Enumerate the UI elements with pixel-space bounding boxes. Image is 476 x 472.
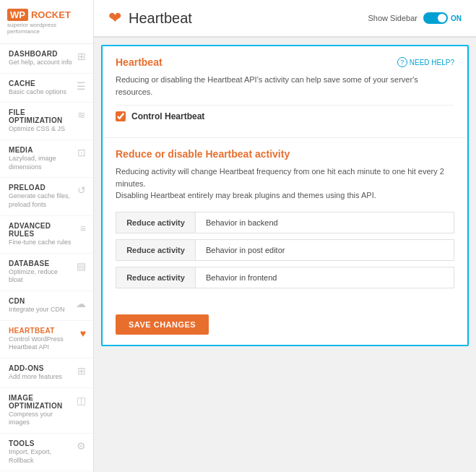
control-heartbeat-row: Control Heartbeat [116, 105, 454, 127]
sidebar-item-title-advanced-rules: ADVANCED RULES [9, 222, 77, 238]
section1-header: Heartbeat ? NEED HELP? [116, 56, 454, 68]
sidebar-icon-add-ons: ⊞ [77, 365, 86, 377]
sidebar-item-title-dashboard: DASHBOARD [9, 50, 74, 58]
sidebar-item-content-preload: PRELOADGenerate cache files, preload fon… [9, 184, 74, 209]
sidebar: WP ROCKET superior wordpress performance… [0, 0, 94, 472]
behavior-row-0: Reduce activityBehavior in backend [116, 212, 454, 233]
sidebar-item-content-dashboard: DASHBOARDGet help, account info [9, 50, 74, 67]
sidebar-item-content-database: DATABASEOptimize, reduce bloat [9, 259, 74, 285]
reduce-title: Reduce or disable Heartbeat activity [116, 148, 454, 160]
sidebar-icon-tools: ⚙ [77, 440, 86, 452]
toggle-knob [438, 14, 446, 22]
sidebar-item-content-add-ons: ADD-ONSAdd more features [9, 364, 74, 382]
sidebar-icon-cdn: ☁ [76, 298, 86, 309]
sidebar-icon-cache: ☰ [77, 80, 86, 92]
sidebar-item-sub-advanced-rules: Fine-tune cache rules [9, 239, 77, 247]
sidebar-item-file-optimization[interactable]: FILE OPTIMIZATIONOptimize CSS & JS≋ [0, 103, 93, 140]
sidebar-item-cache[interactable]: CACHEBasic cache options☰ [0, 74, 93, 103]
sidebar-item-sub-file-optimization: Optimize CSS & JS [9, 125, 74, 134]
sidebar-item-sub-image-optimization: Compress your images [9, 411, 74, 427]
reduce-section: Reduce or disable Heartbeat activity Red… [103, 138, 467, 304]
need-help-label: NEED HELP? [410, 59, 454, 66]
sidebar-item-sub-preload: Generate cache files, preload fonts [9, 192, 74, 209]
content-panel: Heartbeat ? NEED HELP? Reducing or disab… [101, 45, 469, 346]
reduce-activity-button-2[interactable]: Reduce activity [116, 267, 196, 288]
sidebar-item-advanced-rules[interactable]: ADVANCED RULESFine-tune cache rules≡ [0, 216, 93, 254]
control-heartbeat-label[interactable]: Control Heartbeat [131, 111, 204, 121]
heartbeat-section: Heartbeat ? NEED HELP? Reducing or disab… [103, 46, 467, 138]
section1-title: Heartbeat [116, 56, 163, 68]
sidebar-item-dashboard[interactable]: DASHBOARDGet help, account info⊞ [0, 44, 93, 74]
sidebar-icon-database: ▤ [77, 260, 86, 272]
sidebar-item-content-tools: TOOLSImport, Export, Rollback [9, 439, 74, 465]
sidebar-item-content-file-optimization: FILE OPTIMIZATIONOptimize CSS & JS [9, 108, 74, 134]
sidebar-item-title-media: MEDIA [9, 146, 74, 154]
heartbeat-header-icon: ❤ [108, 9, 121, 27]
sidebar-item-sub-cdn: Integrate your CDN [9, 306, 73, 314]
sidebar-item-content-image-optimization: IMAGE OPTIMIZATIONCompress your images [9, 394, 74, 427]
sidebar-icon-preload: ↺ [77, 184, 86, 196]
sidebar-item-title-image-optimization: IMAGE OPTIMIZATION [9, 394, 74, 410]
sidebar-toggle[interactable]: ON [423, 12, 462, 24]
sidebar-item-sub-media: Lazyload, image dimensions [9, 155, 74, 171]
sidebar-item-sub-cache: Basic cache options [9, 88, 74, 97]
sidebar-item-heartbeat[interactable]: HEARTBEATControl WordPress Heartbeat API… [0, 321, 93, 359]
need-help-button[interactable]: ? NEED HELP? [397, 57, 454, 67]
sidebar-item-image-optimization[interactable]: IMAGE OPTIMIZATIONCompress your images◫ [0, 388, 93, 434]
sidebar-item-content-heartbeat: HEARTBEATControl WordPress Heartbeat API [9, 327, 77, 352]
behavior-label-2: Behavior in frontend [196, 267, 287, 288]
behavior-row-2: Reduce activityBehavior in frontend [116, 267, 454, 288]
sidebar-item-sub-tools: Import, Export, Rollback [9, 448, 74, 465]
sidebar-icon-heartbeat: ♥ [80, 327, 86, 339]
content-area: Heartbeat ? NEED HELP? Reducing or disab… [94, 38, 476, 472]
sidebar-item-title-tools: TOOLS [9, 439, 74, 447]
sidebar-item-content-media: MEDIALazyload, image dimensions [9, 146, 74, 171]
sidebar-logo: WP ROCKET superior wordpress performance [0, 0, 93, 44]
sidebar-items-container: DASHBOARDGet help, account info⊞CACHEBas… [0, 44, 93, 472]
sidebar-item-content-cdn: CDNIntegrate your CDN [9, 297, 73, 314]
sidebar-item-title-cache: CACHE [9, 80, 74, 87]
sidebar-item-sub-dashboard: Get help, account info [9, 59, 74, 67]
page-header: ❤ Heartbeat Show Sidebar ON [94, 0, 476, 38]
header-left: ❤ Heartbeat [108, 9, 192, 27]
sidebar-item-sub-database: Optimize, reduce bloat [9, 268, 74, 285]
logo: WP ROCKET [7, 9, 86, 21]
toggle-label: ON [451, 14, 462, 22]
save-section: SAVE CHANGES [103, 304, 467, 345]
reduce-activity-button-1[interactable]: Reduce activity [116, 240, 196, 260]
page-title: Heartbeat [129, 10, 192, 27]
sidebar-item-title-database: DATABASE [9, 259, 74, 267]
sidebar-item-title-preload: PRELOAD [9, 184, 74, 192]
behavior-label-1: Behavior in post editor [196, 240, 295, 260]
sidebar-item-title-file-optimization: FILE OPTIMIZATION [9, 108, 74, 124]
behavior-rows-container: Reduce activityBehavior in backendReduce… [116, 212, 454, 288]
header-right: Show Sidebar ON [368, 12, 462, 24]
toggle-bg[interactable] [423, 12, 448, 24]
behavior-label-0: Behavior in backend [196, 213, 288, 233]
save-changes-button[interactable]: SAVE CHANGES [116, 314, 209, 335]
control-heartbeat-checkbox[interactable] [116, 111, 126, 121]
sidebar-item-preload[interactable]: PRELOADGenerate cache files, preload fon… [0, 178, 93, 215]
reduce-desc1: Reducing activity will change Heartbeat … [116, 167, 444, 188]
sidebar-item-media[interactable]: MEDIALazyload, image dimensions⊡ [0, 140, 93, 178]
sidebar-icon-file-optimization: ≋ [77, 109, 86, 121]
section1-desc: Reducing or disabling the Heartbeat API'… [116, 74, 454, 98]
sidebar-item-tools[interactable]: TOOLSImport, Export, Rollback⚙ [0, 434, 93, 471]
reduce-desc: Reducing activity will change Heartbeat … [116, 166, 454, 202]
logo-wp: WP [7, 9, 28, 21]
logo-sub: superior wordpress performance [7, 22, 86, 35]
sidebar-icon-media: ⊡ [77, 147, 86, 158]
sidebar-item-database[interactable]: DATABASEOptimize, reduce bloat▤ [0, 254, 93, 291]
sidebar-icon-advanced-rules: ≡ [80, 223, 86, 234]
sidebar-icon-dashboard: ⊞ [77, 51, 86, 62]
sidebar-item-title-add-ons: ADD-ONS [9, 364, 74, 372]
main-area: ❤ Heartbeat Show Sidebar ON Heartbeat ? [94, 0, 476, 472]
sidebar-item-cdn[interactable]: CDNIntegrate your CDN☁ [0, 291, 93, 321]
sidebar-item-add-ons[interactable]: ADD-ONSAdd more features⊞ [0, 359, 93, 388]
behavior-row-1: Reduce activityBehavior in post editor [116, 239, 454, 261]
reduce-activity-button-0[interactable]: Reduce activity [116, 213, 196, 233]
sidebar-item-content-advanced-rules: ADVANCED RULESFine-tune cache rules [9, 222, 77, 247]
sidebar-item-content-cache: CACHEBasic cache options [9, 80, 74, 97]
reduce-desc2: Disabling Heartbeat entirely may break p… [116, 191, 376, 199]
need-help-icon: ? [397, 57, 407, 67]
